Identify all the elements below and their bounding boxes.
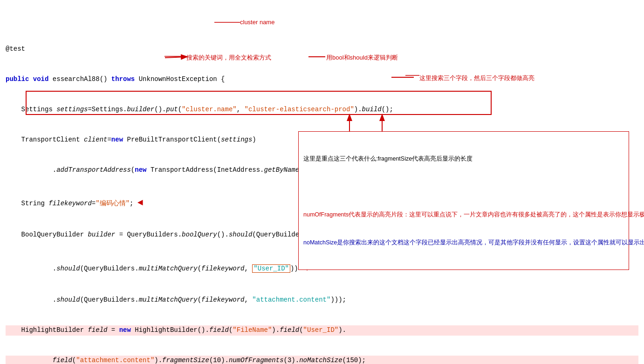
tooltip-line2: noMatchSize是你搜索出来的这个文档这个字段已经显示出高亮情况，可是其他… [303, 238, 624, 247]
annotation-bool-should: 用bool和should来逻辑判断 [326, 53, 398, 62]
annotation-search-keyword: 搜索的关键词，用全文检索方式 [186, 53, 271, 62]
line-2: Settings settings=Settings.builder().put… [6, 105, 638, 115]
line-9: HighlightBuilder field = new HighlightBu… [6, 325, 638, 336]
tooltip-blank [303, 182, 624, 191]
annotation-cluster-name: cluster name [240, 18, 274, 27]
highlight-tooltip: 这里是重点这三个代表什么:fragmentSize代表高亮后显示的长度 numO… [298, 131, 629, 270]
tooltip-line1: numOfFragments代表显示的高亮片段：这里可以重点说下，一片文章内容也… [303, 210, 624, 219]
tooltip-title: 这里是重点这三个代表什么:fragmentSize代表高亮后显示的长度 [303, 154, 624, 163]
line-1: public void essearchAl88() throws Unknow… [6, 74, 638, 85]
line-annotation: @test [6, 44, 638, 54]
annotation-three-fields: 这里搜索三个字段，然后三个字段都做高亮 [419, 74, 534, 83]
line-10: field("attachment.content").fragmentSize… [6, 356, 638, 364]
line-8: .should(QueryBuilders.multiMatchQuery(fi… [6, 295, 638, 305]
code-area: @test public void essearchAl88() throws … [0, 0, 644, 364]
svg-line-0 [165, 57, 186, 58]
